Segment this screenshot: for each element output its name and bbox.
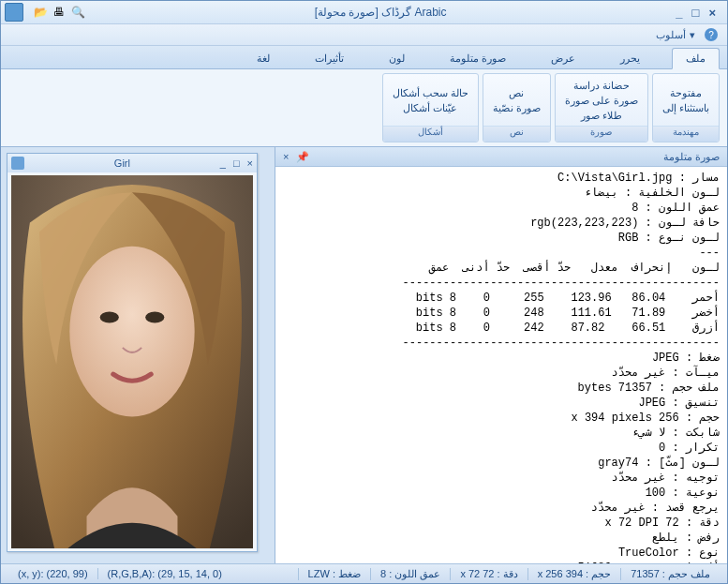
status-comp: ضغط : LZW xyxy=(298,568,370,580)
window-controls: _ □ × xyxy=(676,6,723,20)
tab-color[interactable]: لون xyxy=(376,49,418,68)
group-title-file: مهندمة xyxy=(653,126,719,142)
svg-point-2 xyxy=(100,311,119,322)
study-button[interactable]: حضانة دراسة xyxy=(573,79,630,92)
status-rgba: (R,G,B,A): (29, 15, 14, 0) xyxy=(97,568,231,579)
window-title: گرڈاک [صورة محولة] Arabic xyxy=(85,6,676,19)
print-icon[interactable]: 🖶 xyxy=(52,5,67,20)
paint-images-button[interactable]: طلاء صور xyxy=(581,109,622,122)
style-dropdown-icon[interactable]: ▾ xyxy=(690,29,695,41)
panel-close-icon[interactable]: × xyxy=(283,151,289,162)
subwindow-title: Girl xyxy=(24,157,220,169)
status-depth: عمق اللون : 8 xyxy=(370,568,450,580)
sub-maximize-button[interactable]: □ xyxy=(233,157,240,169)
group-title-text: نص xyxy=(483,126,550,142)
text-image-button[interactable]: صورة نصّية xyxy=(493,101,541,114)
menu-bar: أسلوب ▾ ? xyxy=(1,24,727,46)
ribbon-group-file: مفتوحة باستثناء إلى مهندمة xyxy=(652,73,720,142)
open-icon[interactable]: 📂 xyxy=(33,5,48,20)
info-panel: صورة متلومة 📌 × مسار : C:\Vista\Girl.jpg… xyxy=(275,147,727,563)
ribbon-group-text: نص صورة نصّية نص xyxy=(483,73,551,142)
tab-file[interactable]: ملف xyxy=(672,48,720,69)
text-button[interactable]: نص xyxy=(509,86,524,99)
status-filesize: ملف حجم : 71357 xyxy=(620,568,720,580)
group-title-shapes: أشكال xyxy=(383,126,478,142)
preview-icon[interactable]: 🔍 xyxy=(70,5,85,20)
ribbon: مفتوحة باستثناء إلى مهندمة حضانة دراسة ص… xyxy=(1,69,727,147)
title-bar: 📂 🖶 🔍 گرڈاک [صورة محولة] Arabic _ □ × xyxy=(1,1,727,24)
status-bar: ملف حجم : 71357 حجم : 394 x 256 دقة : 72… xyxy=(1,563,727,583)
help-icon[interactable]: ? xyxy=(705,28,718,41)
tab-effects[interactable]: تأثيرات xyxy=(302,49,357,68)
style-menu[interactable]: أسلوب xyxy=(656,29,686,41)
status-res: دقة : 72 x 72 xyxy=(450,568,527,580)
image-subwindow[interactable]: Girl _ □ × xyxy=(7,153,258,552)
tab-view[interactable]: عرض xyxy=(538,49,588,68)
image-content xyxy=(11,175,253,548)
tab-language[interactable]: لغة xyxy=(244,49,283,68)
info-panel-title: صورة متلومة xyxy=(317,151,720,163)
pin-icon[interactable]: 📌 xyxy=(296,151,309,163)
image-on-image-button[interactable]: صورة على صورة xyxy=(565,94,638,107)
tab-image-info[interactable]: صورة متلومة xyxy=(437,49,519,68)
ribbon-tabs: ملف يحرر عرض صورة متلومة لون تأثيرات لغة xyxy=(1,46,727,69)
tab-edit[interactable]: يحرر xyxy=(607,49,653,68)
minimize-button[interactable]: _ xyxy=(676,6,682,20)
subwindow-icon xyxy=(11,157,24,170)
save-as-button[interactable]: باستثناء إلى xyxy=(662,101,709,114)
info-panel-header: صورة متلومة 📌 × xyxy=(275,147,727,167)
info-panel-body[interactable]: مسار : C:\Vista\Girl.jpg لـون الخلفية : … xyxy=(275,167,727,563)
open-button[interactable]: مفتوحة xyxy=(670,86,702,99)
svg-point-3 xyxy=(145,311,164,322)
mdi-area: Girl _ □ × xyxy=(1,147,275,563)
group-title-image: صورة xyxy=(556,126,647,142)
maximize-button[interactable]: □ xyxy=(692,6,700,20)
workspace: Girl _ □ × xyxy=(1,147,727,563)
app-icon xyxy=(5,3,23,22)
status-xy: (x, y): (220, 99) xyxy=(8,568,97,579)
shape-samples-button[interactable]: عيّنات أشكال xyxy=(403,101,457,114)
ribbon-group-image: حضانة دراسة صورة على صورة طلاء صور صورة xyxy=(555,73,648,142)
ribbon-group-shapes: حالة سحب أشكال عيّنات أشكال أشكال xyxy=(382,73,479,142)
quick-access-toolbar: 📂 🖶 🔍 xyxy=(33,5,85,20)
subwindow-titlebar: Girl _ □ × xyxy=(7,154,257,172)
close-button[interactable]: × xyxy=(708,6,716,20)
drag-shapes-button[interactable]: حالة سحب أشكال xyxy=(393,86,468,99)
sub-minimize-button[interactable]: _ xyxy=(220,157,226,169)
status-dims: حجم : 394 x 256 xyxy=(527,568,621,580)
app-window: 📂 🖶 🔍 گرڈاک [صورة محولة] Arabic _ □ × أس… xyxy=(0,0,728,584)
svg-point-1 xyxy=(69,247,194,417)
sub-close-button[interactable]: × xyxy=(247,157,253,169)
